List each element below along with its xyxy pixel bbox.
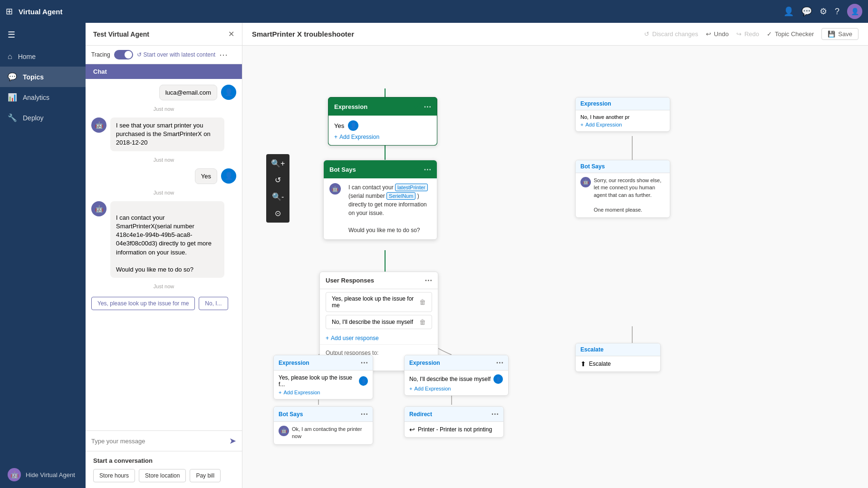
- escalate-icon: ⬆: [580, 360, 586, 368]
- expr-more-icon[interactable]: ⋯: [360, 358, 368, 367]
- add-response-button[interactable]: + Add user response: [320, 332, 438, 344]
- expression-node-main[interactable]: Expression ✓ ⋯ Yes 👤: [328, 97, 437, 146]
- settings-icon[interactable]: ⚙: [820, 6, 827, 17]
- toolbar-actions: ↺ Discard changes ↩ Undo ↪ Redo ✓ Topic …: [644, 28, 858, 40]
- discard-changes-button[interactable]: ↺ Discard changes: [644, 30, 698, 38]
- zoom-in-button[interactable]: 🔍+: [268, 156, 288, 171]
- analytics-icon: 📊: [8, 93, 17, 102]
- timestamp: Just now: [91, 157, 236, 163]
- bot-says-node-ok[interactable]: Bot Says ⋯ 🤖 Ok, I am contacting the pri…: [273, 406, 373, 445]
- person-icon[interactable]: 👤: [783, 6, 794, 17]
- add-expr-button[interactable]: + Add Expression: [279, 390, 368, 395]
- hide-agent-icon: 🤖: [8, 468, 21, 481]
- response-btn-no[interactable]: No, I...: [199, 297, 228, 310]
- start-conversation-title: Start a conversation: [93, 457, 234, 464]
- delete-option-icon[interactable]: 🗑: [419, 298, 426, 306]
- user-responses-more-icon[interactable]: ⋯: [424, 276, 432, 285]
- sidebar-item-topics[interactable]: 💬 Topics: [0, 67, 86, 87]
- bot-avatar: 🤖: [91, 201, 106, 216]
- grid-icon[interactable]: ⊞: [6, 6, 13, 17]
- expression-node-body: Yes 👤 + Add Expression: [328, 116, 437, 145]
- fit-view-button[interactable]: ⊙: [268, 206, 288, 221]
- redirect-header: Redirect ⋯: [405, 407, 503, 422]
- restart-button[interactable]: ↺ Start over with latest content: [137, 51, 215, 58]
- tracing-toggle[interactable]: [114, 50, 133, 59]
- response-btn-yes[interactable]: Yes, please look up the issue for me: [91, 297, 195, 310]
- nav-icons: 👤 💬 ⚙ ? 👤: [783, 4, 862, 19]
- undo-button[interactable]: ↩ Undo: [706, 30, 729, 38]
- bot-says-small-body: 🤖 Ok, I am contacting the printer now: [274, 422, 373, 444]
- reset-view-button[interactable]: ↺: [268, 173, 288, 187]
- redo-icon: ↪: [736, 30, 742, 38]
- deploy-icon: 🔧: [8, 113, 17, 122]
- redo-button[interactable]: ↪ Redo: [736, 30, 759, 38]
- hide-agent-button[interactable]: 🤖 Hide Virtual Agent: [0, 461, 86, 488]
- timestamp: Just now: [91, 283, 236, 289]
- variable-tag-serial: SerielNum: [386, 192, 415, 200]
- expression-node-header: Expression ✓ ⋯: [328, 98, 437, 116]
- discard-label: Discard changes: [652, 30, 698, 38]
- zoom-out-button[interactable]: 🔍-: [268, 189, 288, 204]
- chat-tab[interactable]: Chat: [86, 64, 242, 79]
- plus-icon: +: [580, 122, 583, 127]
- expr-no-more-icon[interactable]: ⋯: [496, 358, 503, 367]
- right-bot-says-body: 🤖 Sorry, our records show else, let me c…: [576, 173, 670, 217]
- canvas[interactable]: 🔍+ ↺ 🔍- ⊙ Expression ✓ ⋯: [242, 46, 868, 488]
- bot-says-small-more-icon[interactable]: ⋯: [360, 410, 368, 419]
- expr-small-header: Expression ⋯: [274, 355, 373, 371]
- send-icon[interactable]: ➤: [229, 436, 236, 446]
- expression-row: Yes 👤: [334, 120, 431, 131]
- conv-btn-store-hours[interactable]: Store hours: [93, 469, 135, 482]
- expression-node-right[interactable]: Expression No, I have another pr + Add E…: [575, 97, 670, 132]
- expression-more-icon[interactable]: ⋯: [424, 102, 431, 111]
- bot-right-icon: 🤖: [580, 177, 591, 187]
- escalate-node[interactable]: Escalate ⬆ Escalate: [575, 343, 661, 372]
- redirect-body: ↩ Printer - Printer is not printing: [405, 422, 503, 437]
- bot-says-node-right[interactable]: Bot Says 🤖 Sorry, our records show else,…: [575, 160, 670, 218]
- right-bot-says-header: Bot Says: [576, 160, 670, 173]
- escalate-body: ⬆ Escalate: [576, 356, 660, 371]
- undo-label: Undo: [714, 30, 729, 38]
- response-buttons: Yes, please look up the issue for me No,…: [91, 295, 236, 312]
- bot-says-more-icon[interactable]: ⋯: [424, 165, 431, 174]
- canvas-title: SmartPrinter X troubleshooter: [252, 30, 354, 38]
- message-input[interactable]: [91, 438, 225, 445]
- sidebar-menu-icon[interactable]: ☰: [0, 23, 86, 47]
- right-add-expr-button[interactable]: + Add Expression: [580, 122, 665, 127]
- bot-small-icon: 🤖: [279, 426, 289, 436]
- conv-btn-store-location[interactable]: Store location: [139, 469, 186, 482]
- delete-option-icon[interactable]: 🗑: [419, 318, 426, 326]
- add-expression-button[interactable]: + Add Expression: [334, 134, 431, 140]
- message-input-area: ➤: [86, 430, 242, 451]
- response-option-no: No, I'll describe the issue myself 🗑: [326, 315, 432, 329]
- help-icon[interactable]: ?: [835, 7, 839, 17]
- user-avatar-chat: 👤: [221, 85, 236, 100]
- chat-icon[interactable]: 💬: [801, 6, 812, 17]
- sidebar-item-label: Analytics: [23, 94, 49, 101]
- expression-node-no[interactable]: Expression ⋯ No, I'll describe the issue…: [404, 355, 509, 396]
- expression-node-yes[interactable]: Expression ⋯ Yes, please look up the iss…: [273, 355, 373, 400]
- save-button[interactable]: 💾 Save: [821, 28, 858, 40]
- redirect-more-icon[interactable]: ⋯: [491, 410, 499, 419]
- close-icon[interactable]: ✕: [228, 29, 234, 39]
- redirect-node[interactable]: Redirect ⋯ ↩ Printer - Printer is not pr…: [404, 406, 504, 438]
- sidebar-item-deploy[interactable]: 🔧 Deploy: [0, 107, 86, 128]
- user-avatar[interactable]: 👤: [847, 4, 862, 19]
- user-response-icon: 👤: [348, 120, 358, 131]
- canvas-inner: 🔍+ ↺ 🔍- ⊙ Expression ✓ ⋯: [242, 46, 813, 474]
- chat-more-icon[interactable]: ⋯: [219, 49, 228, 60]
- canvas-toolbar: SmartPrinter X troubleshooter ↺ Discard …: [242, 23, 868, 46]
- add-expr-no-button[interactable]: + Add Expression: [409, 386, 503, 391]
- topic-checker-button[interactable]: ✓ Topic Checker: [767, 30, 814, 38]
- bot-says-node-main[interactable]: Bot Says ✓ ⋯ 🤖 I can contact your: [323, 160, 437, 240]
- bot-message-row: 🤖 I see that your smart printer you purc…: [91, 117, 236, 151]
- hide-agent-label: Hide Virtual Agent: [26, 471, 75, 478]
- check-icon: ✓: [414, 164, 421, 175]
- user-avatar-chat: 👤: [221, 168, 236, 184]
- expr-small-body: Yes, please look up the issue f... 👤 + A…: [274, 371, 373, 399]
- sidebar-item-home[interactable]: ⌂ Home: [0, 47, 86, 67]
- sidebar-item-analytics[interactable]: 📊 Analytics: [0, 87, 86, 107]
- save-label: Save: [838, 30, 852, 38]
- restart-label: Start over with latest content: [144, 51, 215, 58]
- conv-btn-pay-bill[interactable]: Pay bill: [190, 469, 221, 482]
